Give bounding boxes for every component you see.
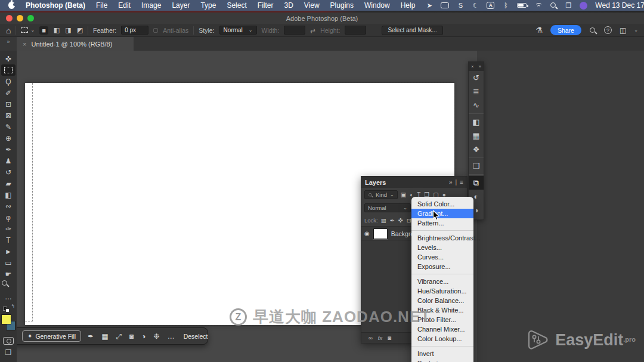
menu-item-hue-saturation[interactable]: Hue/Saturation... bbox=[411, 286, 473, 296]
paths-panel-icon[interactable]: ∿ bbox=[469, 98, 484, 112]
workspace-icon[interactable]: ◫ bbox=[620, 26, 626, 35]
height-input[interactable] bbox=[345, 26, 366, 35]
lock-transparent-pixels-icon[interactable]: ▨ bbox=[381, 217, 386, 224]
menu-window[interactable]: Window bbox=[364, 1, 390, 10]
link-layers-icon[interactable]: ∞ bbox=[369, 335, 373, 341]
menu-item-exposure[interactable]: Exposure... bbox=[411, 262, 473, 271]
add-layer-mask-icon[interactable]: ◙ bbox=[388, 335, 391, 341]
shape-tool[interactable]: ▭ bbox=[1, 257, 16, 268]
pen-tool[interactable]: ✑ bbox=[1, 223, 16, 234]
rectangular-marquee-tool[interactable] bbox=[1, 64, 16, 76]
menu-item-color-lookup[interactable]: Color Lookup... bbox=[411, 334, 473, 344]
toolbar-more-icon[interactable]: … bbox=[1, 291, 16, 302]
layer-visibility-icon[interactable]: ◉ bbox=[364, 230, 370, 237]
lasso-tool[interactable]: Ϙ bbox=[1, 76, 16, 87]
menu-item-vibrance[interactable]: Vibrance... bbox=[411, 277, 473, 286]
layer-thumbnail[interactable] bbox=[373, 228, 388, 239]
input-source-icon[interactable]: A bbox=[487, 2, 494, 9]
modify-selection-icon[interactable]: ▦ bbox=[101, 332, 108, 341]
menubar-clock[interactable]: Wed 13 Dec 17:12 bbox=[595, 1, 644, 10]
default-colors-icon[interactable]: ↰ bbox=[3, 305, 14, 313]
lock-position-icon[interactable]: ✜ bbox=[398, 217, 403, 224]
spotlight-icon[interactable] bbox=[550, 2, 557, 9]
window-switcher-icon[interactable]: ❒ bbox=[565, 2, 572, 10]
menu-type[interactable]: Type bbox=[200, 1, 216, 10]
type-tool[interactable]: T bbox=[1, 234, 16, 246]
battery-icon[interactable] bbox=[517, 3, 527, 8]
swatches-panel-icon[interactable]: ❖ bbox=[469, 143, 484, 156]
menu-item-channel-mixer[interactable]: Channel Mixer... bbox=[411, 324, 473, 334]
panel-collapse-icon[interactable]: » bbox=[449, 179, 453, 185]
layers-panel-icon[interactable]: ⧉ bbox=[469, 176, 484, 190]
menu-edit[interactable]: Edit bbox=[118, 1, 131, 10]
subtract-from-selection-icon[interactable]: ◨ bbox=[65, 26, 71, 34]
new-selection-icon[interactable]: ■ bbox=[39, 26, 48, 35]
crop-tool[interactable]: ⊡ bbox=[1, 98, 16, 110]
brush-tool[interactable]: ✒ bbox=[1, 144, 16, 155]
search-icon[interactable] bbox=[589, 27, 596, 34]
patterns-panel-icon[interactable]: ▦ bbox=[469, 129, 484, 143]
menu-help[interactable]: Help bbox=[401, 1, 416, 10]
transform-selection-icon[interactable]: ⤢ bbox=[116, 332, 122, 341]
menu-item-invert[interactable]: Invert bbox=[411, 349, 473, 358]
more-options-icon[interactable]: … bbox=[168, 332, 175, 341]
dodge-tool[interactable]: φ bbox=[1, 212, 16, 223]
panel-menu-icon[interactable]: ≡ bbox=[460, 179, 463, 185]
properties-panel-icon[interactable]: ≣ bbox=[469, 85, 484, 98]
object-selection-tool[interactable]: ✐ bbox=[1, 87, 16, 98]
screen-mode-icon[interactable]: ❐ bbox=[5, 348, 12, 357]
tab-close-icon[interactable]: × bbox=[23, 41, 26, 48]
hand-tool[interactable]: ☛ bbox=[1, 268, 16, 280]
menu-filter[interactable]: Filter bbox=[258, 1, 274, 10]
menu-item-posterize[interactable]: Posterize... bbox=[411, 358, 473, 362]
document-tab[interactable]: × Untitled-1 @ 100% (RGB/8) bbox=[17, 37, 134, 51]
quick-mask-icon[interactable] bbox=[3, 337, 14, 345]
move-tool[interactable]: ✜ bbox=[1, 53, 16, 64]
app-menu-icon[interactable] bbox=[580, 2, 587, 10]
wifi-icon[interactable] bbox=[534, 2, 542, 8]
menu-plugins[interactable]: Plugins bbox=[330, 1, 354, 10]
kind-filter-select[interactable]: Kind ⌄ bbox=[364, 190, 398, 199]
fill-selection-icon[interactable]: ❉ bbox=[154, 332, 160, 341]
do-not-disturb-icon[interactable]: ☾ bbox=[472, 2, 479, 10]
location-icon[interactable]: ➤ bbox=[426, 2, 433, 10]
foreground-color-swatch[interactable] bbox=[1, 314, 11, 324]
swap-dimensions-icon[interactable]: ⇄ bbox=[310, 27, 315, 34]
share-button[interactable]: Share bbox=[550, 25, 581, 35]
menu-item-pattern[interactable]: Pattern... bbox=[411, 218, 473, 228]
menu-item-photo-filter[interactable]: Photo Filter... bbox=[411, 315, 473, 324]
healing-brush-tool[interactable]: ⊕ bbox=[1, 132, 16, 144]
style-select[interactable]: Normal ⌄ bbox=[219, 26, 257, 35]
shottr-icon[interactable]: S bbox=[457, 2, 464, 9]
create-mask-icon[interactable]: ◙ bbox=[129, 332, 134, 341]
help-icon[interactable]: ? bbox=[604, 26, 612, 34]
gradients-panel-icon[interactable]: ◧ bbox=[469, 115, 484, 129]
smudge-tool[interactable]: ∾ bbox=[1, 200, 16, 212]
feather-input[interactable]: 0 px bbox=[121, 26, 148, 35]
menu-item-levels[interactable]: Levels... bbox=[411, 243, 473, 252]
zoom-tool[interactable] bbox=[1, 280, 16, 291]
deselect-button[interactable]: Deselect bbox=[184, 333, 208, 340]
lock-image-pixels-icon[interactable]: ✒ bbox=[390, 217, 395, 224]
select-and-mask-button[interactable]: Select and Mask... bbox=[382, 26, 442, 35]
width-input[interactable] bbox=[284, 26, 305, 35]
apple-icon[interactable] bbox=[8, 2, 15, 9]
clone-stamp-tool[interactable]: ♟ bbox=[1, 155, 16, 166]
menu-item-curves[interactable]: Curves... bbox=[411, 252, 473, 262]
invert-selection-icon[interactable]: ◑ bbox=[141, 332, 145, 341]
dock-close-icon[interactable]: × bbox=[471, 64, 474, 69]
menu-file[interactable]: File bbox=[96, 1, 107, 10]
eraser-tool[interactable]: ▰ bbox=[1, 178, 16, 189]
display-icon[interactable] bbox=[441, 2, 449, 8]
history-panel-icon[interactable]: ↺ bbox=[469, 71, 484, 85]
menu-3d[interactable]: 3D bbox=[284, 1, 293, 10]
blend-mode-select[interactable]: Normal ⌄ bbox=[364, 203, 411, 212]
menu-image[interactable]: Image bbox=[141, 1, 161, 10]
menu-item-gradient[interactable]: Gradient... bbox=[411, 209, 473, 218]
path-selection-tool[interactable]: ► bbox=[1, 246, 16, 257]
eyedropper-tool[interactable]: ✎ bbox=[1, 121, 16, 132]
libraries-panel-icon[interactable]: ❒ bbox=[469, 159, 484, 173]
anti-alias-checkbox[interactable] bbox=[153, 28, 158, 33]
menu-item-black-white[interactable]: Black & White... bbox=[411, 305, 473, 315]
frame-tool[interactable]: ⊠ bbox=[1, 110, 16, 121]
